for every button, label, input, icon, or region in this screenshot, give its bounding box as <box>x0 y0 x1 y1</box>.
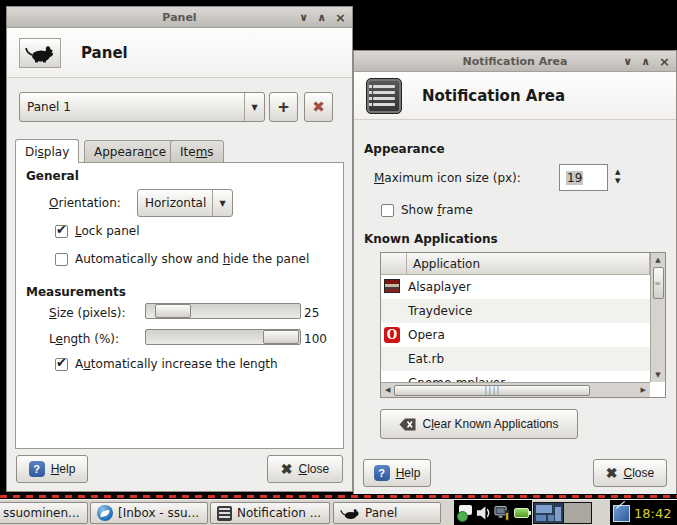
maximize-icon[interactable]: ∧ <box>641 56 650 67</box>
clear-known-applications-button[interactable]: Clear Known Applications <box>380 409 578 439</box>
application-column-header[interactable]: Application <box>407 253 650 275</box>
workspace-1[interactable] <box>534 503 563 523</box>
alsaplayer-icon <box>384 279 401 295</box>
app-row-opera[interactable]: O Opera <box>381 323 650 347</box>
appearance-heading: Appearance <box>364 142 445 156</box>
app-row-gnome-mplayer[interactable]: Gnome-mplayer <box>381 371 650 382</box>
notification-titlebar[interactable]: Notification Area ∨ ∧ × <box>354 51 676 72</box>
length-slider-handle[interactable] <box>263 330 299 344</box>
help-button-label: Help <box>51 462 76 476</box>
scroll-right-icon[interactable]: ▶ <box>641 386 646 394</box>
close-button[interactable]: ✖ Close <box>267 455 343 483</box>
max-icon-size-value: 19 <box>566 171 583 185</box>
size-slider-handle[interactable] <box>155 304 191 318</box>
lock-panel-label: Lock panel <box>75 224 139 238</box>
clock: 18:42 <box>634 506 671 521</box>
autohide-row[interactable]: Automatically show and hide the panel <box>55 252 309 266</box>
thunderbird-icon <box>97 505 113 521</box>
messenger-icon[interactable] <box>457 505 473 522</box>
battery-icon[interactable] <box>514 508 529 518</box>
add-panel-button[interactable]: + <box>269 92 298 122</box>
minimize-icon[interactable]: ∨ <box>299 12 308 23</box>
panel-window: Panel ∨ ∧ × Panel Panel <box>6 6 353 492</box>
close-x-icon: ✖ <box>281 461 293 477</box>
check-icon: ✔ <box>56 222 67 237</box>
chevron-down-icon: ▼ <box>244 93 264 121</box>
plus-icon: + <box>278 96 289 118</box>
orientation-combo[interactable]: Horizontal ▼ <box>137 189 233 217</box>
app-row-alsaplayer[interactable]: Alsaplayer <box>381 275 650 299</box>
workspace-2[interactable] <box>563 503 591 523</box>
vertical-scrollbar[interactable]: ▲ ≡ ▼ <box>650 253 665 382</box>
horizontal-scrollbar[interactable]: ◀ |||| ▶ <box>381 382 650 397</box>
close-icon[interactable]: × <box>335 11 346 24</box>
auto-increase-checkbox[interactable]: ✔ <box>55 358 68 371</box>
tab-display[interactable]: Display <box>15 139 79 163</box>
scroll-down-icon[interactable]: ▼ <box>655 371 660 379</box>
app-row-traydevice[interactable]: Traydevice <box>381 299 650 323</box>
app-row-eatrb[interactable]: Eat.rb <box>381 347 650 371</box>
opera-icon: O <box>384 327 401 343</box>
task-button-ssuominen[interactable]: ssuominen... <box>0 502 88 524</box>
display-settings-icon[interactable] <box>494 505 511 522</box>
notes-icon[interactable] <box>613 505 630 522</box>
taskbar: ssuominen... [Inbox - ssu... Notificatio… <box>0 499 677 525</box>
help-icon: ? <box>29 461 45 477</box>
show-frame-row[interactable]: Show frame <box>381 203 473 217</box>
clock-area: 18:42 <box>610 500 677 525</box>
volume-icon[interactable] <box>476 505 491 521</box>
close-button[interactable]: ✖ Close <box>593 459 667 487</box>
applications-list-header[interactable]: Application <box>381 253 650 275</box>
vscroll-thumb[interactable]: ≡ <box>653 267 664 299</box>
help-button[interactable]: ? Help <box>363 459 431 487</box>
tab-display-label: Display <box>25 145 69 159</box>
orientation-label: Orientation: <box>49 196 121 210</box>
xfce-mouse-icon <box>19 38 61 68</box>
panel-select-combo[interactable]: Panel 1 ▼ <box>19 92 265 122</box>
task-label: Panel <box>365 506 397 520</box>
help-button[interactable]: ? Help <box>16 455 88 483</box>
spin-up-icon[interactable]: ▲ <box>615 170 620 176</box>
clear-icon <box>399 418 416 431</box>
app-name: Alsaplayer <box>408 280 471 294</box>
auto-increase-row[interactable]: ✔ Automatically increase the length <box>55 357 278 371</box>
close-icon[interactable]: × <box>659 55 670 68</box>
xfce-mouse-icon-svg <box>25 43 55 63</box>
panel-dialog-title: Panel <box>81 44 128 62</box>
tab-appearance-label: Appearance <box>94 145 166 159</box>
tab-items[interactable]: Items <box>170 140 224 163</box>
length-slider[interactable] <box>145 329 301 345</box>
icon-column-header[interactable] <box>381 253 407 275</box>
panel-titlebar[interactable]: Panel ∨ ∧ × <box>7 7 352 28</box>
autohide-checkbox[interactable] <box>55 253 68 266</box>
task-label: [Inbox - ssu... <box>118 506 199 520</box>
known-applications-heading: Known Applications <box>364 232 498 246</box>
size-value: 25 <box>304 306 319 320</box>
xfce-mouse-icon <box>340 507 360 520</box>
scroll-up-icon[interactable]: ▲ <box>655 256 660 264</box>
lock-panel-checkbox[interactable]: ✔ <box>55 225 68 238</box>
general-heading: General <box>26 169 79 183</box>
task-button-notification[interactable]: Notification ... <box>210 502 330 524</box>
workspace-pager[interactable] <box>533 502 592 524</box>
help-button-label: Help <box>396 466 421 480</box>
scroll-left-icon[interactable]: ◀ <box>385 386 390 394</box>
task-button-inbox[interactable]: [Inbox - ssu... <box>90 502 208 524</box>
known-applications-list: Application Alsaplayer Traydevice O Oper… <box>380 252 666 398</box>
show-frame-checkbox[interactable] <box>381 204 394 217</box>
task-button-panel[interactable]: Panel <box>333 502 441 524</box>
spin-down-icon[interactable]: ▼ <box>615 179 620 185</box>
maximize-icon[interactable]: ∧ <box>317 12 326 23</box>
spinner-arrows[interactable]: ▲ ▼ <box>615 164 620 191</box>
size-slider[interactable] <box>145 303 301 319</box>
chevron-down-icon: ▼ <box>212 190 232 216</box>
max-icon-size-input[interactable]: 19 <box>559 164 608 191</box>
app-name: Opera <box>408 328 445 342</box>
minimize-icon[interactable]: ∨ <box>623 56 632 67</box>
tab-appearance[interactable]: Appearance <box>84 140 176 163</box>
remove-panel-button[interactable]: ✖ <box>304 92 333 122</box>
lock-panel-row[interactable]: ✔ Lock panel <box>55 224 139 238</box>
hscroll-thumb[interactable]: |||| <box>394 385 590 396</box>
size-label: Size (pixels): <box>49 306 126 320</box>
system-tray <box>454 500 532 525</box>
